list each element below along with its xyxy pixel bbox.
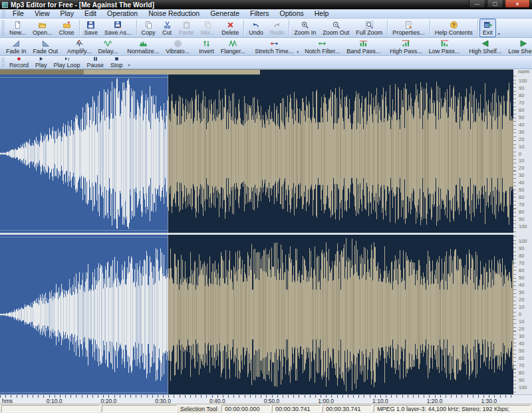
toolbar-separator: [243, 20, 244, 36]
overview-segment-visible-view[interactable]: [84, 70, 260, 74]
selection-length-field: 00:00:30.741: [323, 405, 372, 412]
fade-in-button[interactable]: Fade In: [3, 38, 30, 55]
timeline-ruler[interactable]: hms 0:10.00:20.00:30.00:40.00:50.01:00.0…: [0, 394, 532, 404]
help-icon: ?: [449, 21, 459, 29]
menu-item-filters[interactable]: Filters: [245, 9, 275, 18]
invert-button[interactable]: Invert: [196, 38, 217, 55]
toolbar-separator: [289, 20, 289, 36]
amplify-button[interactable]: Amplify...: [64, 38, 94, 55]
amplitude-tick-label: 10: [519, 144, 524, 150]
fade-in-icon: [11, 39, 21, 48]
close-button[interactable]: x: [505, 0, 530, 8]
menu-item-noise-reduction[interactable]: Noise Reduction: [143, 9, 205, 18]
toolbar-overflow-button[interactable]: ▾: [297, 38, 299, 55]
normalize-button[interactable]: Normalize...: [124, 38, 162, 55]
fade-out-button[interactable]: Fade Out: [30, 38, 62, 55]
toolbar-grip[interactable]: [1, 21, 5, 35]
high-shelf-button[interactable]: High Shelf...: [466, 38, 505, 55]
undo-button[interactable]: Undo: [245, 19, 267, 37]
waveform-display[interactable]: [0, 74, 513, 394]
close-file-button[interactable]: Close: [56, 19, 78, 37]
delete-button[interactable]: Delete: [218, 19, 242, 37]
toolbar-button-label: Band Pass...: [346, 48, 380, 55]
full-zoom-button[interactable]: Full Zoom: [352, 19, 386, 37]
stop-button[interactable]: Stop: [107, 56, 126, 69]
amplitude-tick-label: 40: [519, 122, 524, 128]
save-as-button[interactable]: Save As...: [101, 19, 135, 37]
play-button[interactable]: Play: [32, 56, 51, 69]
copy-button[interactable]: Copy: [138, 19, 159, 37]
cut-icon: [162, 21, 172, 29]
amplitude-tick-label: 60: [519, 108, 524, 113]
toolbar-separator: [136, 20, 137, 36]
toolbar-overflow-button[interactable]: ▾: [126, 56, 132, 69]
help-button[interactable]: ?Help Contents: [432, 19, 476, 37]
toolbar-button-label: Help Contents: [435, 29, 473, 36]
menu-item-operation[interactable]: Operation: [102, 9, 143, 18]
amplitude-tick-label: 40: [519, 283, 524, 288]
timeline-label: 1:20.0: [427, 398, 443, 404]
toolbar-button-label: New...: [9, 29, 26, 36]
menu-item-options[interactable]: Options: [275, 9, 309, 18]
open-folder-button[interactable]: Open...: [29, 19, 56, 37]
save-button[interactable]: Save: [81, 19, 102, 37]
selection-end-field: 00:00:30.741: [272, 405, 321, 412]
flanger-button[interactable]: Flanger...: [217, 38, 249, 55]
toolbar-overflow-button[interactable]: ▾: [496, 19, 502, 37]
notch-filter-button[interactable]: Notch Filter...: [301, 38, 343, 55]
overview-segment-selection-extent[interactable]: [0, 70, 84, 74]
low-shelf-icon: [519, 39, 529, 48]
menu-item-file[interactable]: File: [7, 9, 29, 18]
pause-button[interactable]: Pause: [84, 56, 108, 69]
amplitude-ruler: 1009080706050403020100102030405060708090…: [513, 74, 532, 394]
amplitude-tick-label: 0: [519, 152, 521, 157]
stretch-time-button[interactable]: Stretch Time...: [251, 38, 297, 55]
overview-bar[interactable]: [0, 69, 513, 74]
delay-button[interactable]: Delay...: [94, 38, 121, 55]
new-file-button[interactable]: New...: [6, 19, 29, 37]
menu-item-help[interactable]: Help: [309, 9, 334, 18]
toolbar-button-label: Close: [59, 29, 74, 36]
band-pass-button[interactable]: Band Pass...: [343, 38, 384, 55]
timeline-label: 1:10.0: [372, 398, 388, 404]
zoom-in-button[interactable]: Zoom In: [291, 19, 319, 37]
amplitude-tick-label: 20: [519, 137, 524, 142]
toolbar-button-label: Save As...: [104, 29, 132, 36]
selection-start-field: 00:00:00.000: [221, 405, 271, 412]
menu-item-generate[interactable]: Generate: [205, 9, 245, 18]
zoom-out-button[interactable]: Zoom Out: [319, 19, 352, 37]
amplitude-tick-label: 20: [519, 166, 524, 171]
record-button[interactable]: Record: [6, 56, 32, 69]
low-pass-button[interactable]: Low Pass...: [426, 38, 464, 55]
timeline-label: 1:30.0: [481, 398, 497, 404]
normalize-icon: [138, 39, 148, 48]
properties-icon: [404, 21, 414, 29]
play-loop-button[interactable]: Play Loop: [51, 56, 84, 69]
toolbar-button-label: Play Loop: [54, 62, 80, 69]
toolbar-grip[interactable]: [1, 58, 5, 67]
mix-icon: [203, 21, 213, 29]
amplitude-ruler-channel-1: 1009080706050403020100102030405060708090…: [513, 74, 532, 233]
exit-button[interactable]: Exit: [479, 19, 496, 37]
amplitude-tick-label: 70: [519, 261, 524, 266]
new-file-icon: [13, 21, 23, 29]
menu-item-play[interactable]: Play: [55, 9, 79, 18]
redo-icon: [272, 21, 282, 29]
toolbar-button-label: Delay...: [98, 48, 118, 55]
minimize-button[interactable]: —: [469, 0, 485, 8]
properties-button[interactable]: Properties...: [389, 19, 428, 37]
high-pass-button[interactable]: High Pass...: [386, 38, 426, 55]
full-zoom-icon: [364, 21, 374, 29]
vibrato-button[interactable]: Vibrato...: [162, 38, 193, 55]
overview-segment-remainder[interactable]: [260, 70, 513, 74]
cut-button[interactable]: Cut: [159, 19, 176, 37]
toolbar-button-label: Open...: [33, 29, 53, 36]
close-file-icon: [62, 21, 72, 29]
low-shelf-button[interactable]: Low Shelf...: [505, 38, 532, 55]
menu-item-edit[interactable]: Edit: [79, 9, 102, 18]
maximize-button[interactable]: ▢: [487, 0, 503, 8]
high-pass-icon: [401, 39, 411, 48]
timeline-label: 1:00.0: [318, 398, 334, 404]
menu-item-view[interactable]: View: [29, 9, 55, 18]
toolbar-button-label: Normalize...: [127, 48, 159, 55]
